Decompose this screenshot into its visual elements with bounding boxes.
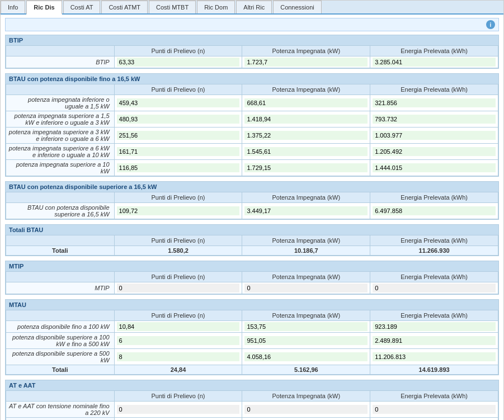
energia-input[interactable] — [373, 405, 496, 414]
btip-punti-input[interactable] — [117, 58, 240, 67]
energia-input[interactable] — [373, 336, 496, 345]
tab-costi-at[interactable]: Costi AT — [63, 1, 101, 13]
punti-input[interactable] — [117, 98, 240, 107]
mtip-th-empty — [6, 272, 115, 282]
table-row: BTIP — [6, 56, 498, 68]
punti-input[interactable] — [117, 352, 240, 361]
row-label: BTAU con potenza disponibile superiore a… — [6, 203, 115, 219]
punti-input[interactable] — [117, 284, 240, 292]
punti-input[interactable] — [117, 322, 240, 331]
main-content: i BTIP Punti di Prelievo (n) Potenza Imp… — [1, 15, 503, 420]
tab-costi-atmt[interactable]: Costi ATMT — [101, 1, 148, 13]
btip-potenza-cell — [242, 56, 370, 68]
row-label: potenza impegnata superiore a 1,5 kW e i… — [6, 111, 115, 128]
potenza-input[interactable] — [244, 336, 368, 345]
at-aat-th-empty — [6, 391, 115, 402]
energia-input[interactable] — [373, 98, 496, 107]
tab-ric-dom[interactable]: Ric Dom — [197, 1, 235, 13]
row-label: AAT con tensione nominale oltre 220 kV — [6, 418, 115, 421]
energia-input[interactable] — [373, 206, 496, 215]
row-label: potenza disponibile superiore a 500 kW — [6, 349, 115, 365]
energia-input[interactable] — [373, 115, 496, 124]
punti-input[interactable] — [117, 147, 240, 156]
at-aat-section: AT e AAT Punti di Prelievo (n) Potenza I… — [5, 380, 499, 420]
total-label: Totali — [6, 365, 115, 375]
row-label: potenza impegnata superiore a 10 kW — [6, 160, 115, 176]
energia-input[interactable] — [373, 163, 496, 172]
punti-input[interactable] — [117, 405, 240, 414]
btip-punti-cell — [114, 56, 242, 68]
table-row: potenza impegnata superiore a 3 kW e inf… — [6, 128, 498, 144]
punti-input[interactable] — [117, 131, 240, 140]
table-row: potenza disponibile superiore a 100 kW e… — [6, 333, 498, 349]
tab-costi-mtbt[interactable]: Costi MTBT — [149, 1, 196, 13]
mtau-th-potenza: Potenza Impegnata (kW) — [242, 310, 370, 321]
info-icon[interactable]: i — [486, 20, 495, 29]
potenza-input[interactable] — [244, 163, 368, 172]
row-label: AT e AAT con tensione nominale fino a 22… — [6, 402, 115, 418]
energia-input[interactable] — [373, 352, 496, 361]
btip-title: BTIP — [6, 35, 498, 45]
total-energia: 14.619.893 — [370, 365, 498, 375]
btip-th-energia: Energia Prelevata (kWh) — [370, 46, 498, 56]
punti-input[interactable] — [117, 163, 240, 172]
potenza-input[interactable] — [244, 131, 368, 140]
potenza-input[interactable] — [244, 405, 368, 414]
btau165-th-punti: Punti di Prelievo (n) — [114, 192, 242, 203]
potenza-input[interactable] — [244, 322, 368, 331]
tab-ric-dis[interactable]: Ric Dis — [26, 1, 62, 15]
energia-cell — [370, 282, 498, 294]
potenza-input[interactable] — [244, 98, 368, 107]
punti-cell — [114, 128, 242, 144]
energia-input[interactable] — [373, 284, 496, 292]
potenza-cell — [242, 321, 370, 333]
mtip-th-punti: Punti di Prelievo (n) — [114, 272, 242, 282]
potenza-cell — [242, 402, 370, 418]
table-row: potenza impegnata superiore a 1,5 kW e i… — [6, 111, 498, 128]
btip-section: BTIP Punti di Prelievo (n) Potenza Impeg… — [5, 35, 499, 69]
btau16-title: BTAU con potenza disponibile fino a 16,5… — [6, 74, 498, 84]
at-aat-table: Punti di Prelievo (n) Potenza Impegnata … — [6, 390, 498, 420]
tab-altri-ric[interactable]: Altri Ric — [236, 1, 272, 13]
tab-info[interactable]: Info — [1, 1, 25, 13]
table-row: MTIP — [6, 282, 498, 294]
totali-btau-table: Punti di Prelievo (n) Potenza Impegnata … — [6, 235, 498, 256]
mtip-th-energia: Energia Prelevata (kWh) — [370, 272, 498, 282]
energia-input[interactable] — [373, 322, 496, 331]
btau165-th-empty — [6, 192, 115, 203]
punti-cell — [114, 321, 242, 333]
punti-input[interactable] — [117, 115, 240, 124]
row-label: potenza impegnata superiore a 6 kW e inf… — [6, 144, 115, 160]
tab-connessioni[interactable]: Connessioni — [273, 1, 322, 13]
btip-potenza-input[interactable] — [244, 58, 368, 67]
potenza-input[interactable] — [244, 352, 368, 361]
energia-input[interactable] — [373, 147, 496, 156]
btau16-table: Punti di Prelievo (n) Potenza Impegnata … — [6, 84, 498, 176]
btip-th-punti: Punti di Prelievo (n) — [114, 46, 242, 56]
totali-btau-label: Totali — [6, 246, 115, 256]
potenza-input[interactable] — [244, 284, 368, 292]
btip-energia-input[interactable] — [373, 58, 496, 67]
potenza-cell — [242, 203, 370, 219]
btip-table: Punti di Prelievo (n) Potenza Impegnata … — [6, 45, 498, 68]
energia-input[interactable] — [373, 131, 496, 140]
total-punti: 24,84 — [114, 365, 242, 375]
row-label: MTIP — [6, 282, 115, 294]
btau16-th-punti: Punti di Prelievo (n) — [114, 84, 242, 95]
energia-cell — [370, 160, 498, 176]
potenza-input[interactable] — [244, 115, 368, 124]
energia-cell — [370, 333, 498, 349]
punti-cell — [114, 402, 242, 418]
potenza-input[interactable] — [244, 147, 368, 156]
potenza-input[interactable] — [244, 206, 368, 215]
punti-input[interactable] — [117, 206, 240, 215]
energia-cell — [370, 144, 498, 160]
punti-input[interactable] — [117, 336, 240, 345]
mtip-table: Punti di Prelievo (n) Potenza Impegnata … — [6, 271, 498, 294]
row-label: potenza impegnata superiore a 3 kW e inf… — [6, 128, 115, 144]
totali-btau-th-energia: Energia Prelevata (kWh) — [370, 235, 498, 246]
totali-btau-section: Totali BTAU Punti di Prelievo (n) Potenz… — [5, 224, 499, 256]
table-row: potenza impegnata inferiore o uguale a 1… — [6, 95, 498, 111]
table-row: Totali 1.580,2 10.186,7 11.266.930 — [6, 246, 498, 256]
at-aat-title: AT e AAT — [6, 380, 498, 390]
